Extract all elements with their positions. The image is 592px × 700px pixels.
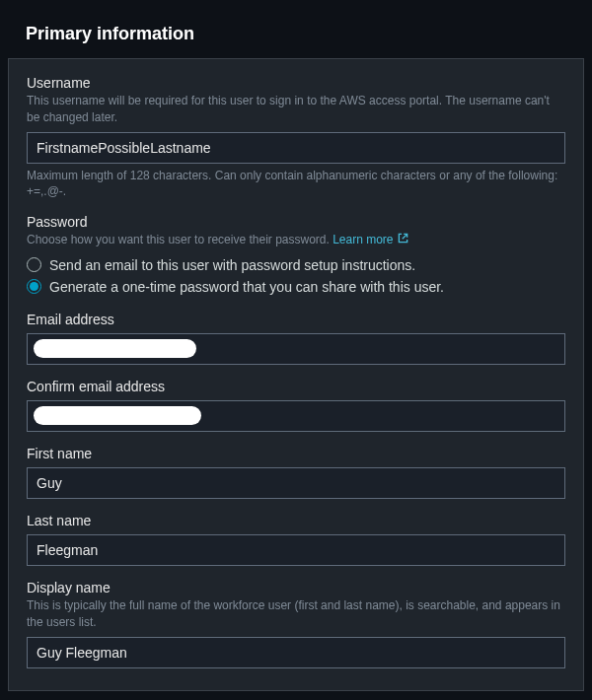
display-name-description: This is typically the full name of the w… (27, 597, 565, 631)
password-radio-group: Send an email to this user with password… (27, 254, 565, 298)
redacted-value (34, 339, 196, 358)
username-description: This username will be required for this … (27, 93, 565, 126)
first-name-input[interactable] (27, 467, 565, 499)
password-option-generate-label: Generate a one-time password that you ca… (49, 279, 444, 295)
last-name-label: Last name (27, 513, 565, 528)
learn-more-text: Learn more (333, 232, 393, 248)
panel-header: Primary information (8, 8, 584, 58)
last-name-input[interactable] (27, 534, 565, 566)
username-help: Maximum length of 128 characters. Can on… (27, 168, 565, 201)
first-name-label: First name (27, 446, 565, 461)
display-name-input[interactable] (27, 637, 565, 668)
confirm-email-input[interactable] (27, 400, 565, 432)
redacted-value (34, 406, 201, 425)
email-field-group: Email address (27, 312, 565, 365)
panel-title: Primary information (26, 24, 566, 44)
password-option-email-label: Send an email to this user with password… (49, 257, 415, 273)
email-label: Email address (27, 312, 565, 327)
password-desc-text: Choose how you want this user to receive… (27, 233, 330, 246)
first-name-field-group: First name (27, 446, 565, 499)
password-description: Choose how you want this user to receive… (27, 232, 565, 248)
username-field-group: Username This username will be required … (27, 75, 565, 200)
last-name-field-group: Last name (27, 513, 565, 566)
password-field-group: Password Choose how you want this user t… (27, 214, 565, 298)
email-input[interactable] (27, 333, 565, 365)
radio-icon-selected (27, 279, 41, 294)
confirm-email-label: Confirm email address (27, 379, 565, 394)
username-input[interactable] (27, 132, 565, 164)
confirm-email-field-group: Confirm email address (27, 379, 565, 432)
panel-body: Username This username will be required … (8, 58, 584, 691)
username-label: Username (27, 75, 565, 91)
external-link-icon (398, 232, 408, 248)
radio-icon (27, 257, 41, 272)
display-name-field-group: Display name This is typically the full … (27, 580, 565, 668)
password-label: Password (27, 214, 565, 230)
display-name-label: Display name (27, 580, 565, 595)
primary-info-panel: Primary information Username This userna… (8, 8, 584, 691)
password-option-email[interactable]: Send an email to this user with password… (27, 254, 565, 276)
password-option-generate[interactable]: Generate a one-time password that you ca… (27, 276, 565, 298)
learn-more-link[interactable]: Learn more (333, 232, 407, 248)
